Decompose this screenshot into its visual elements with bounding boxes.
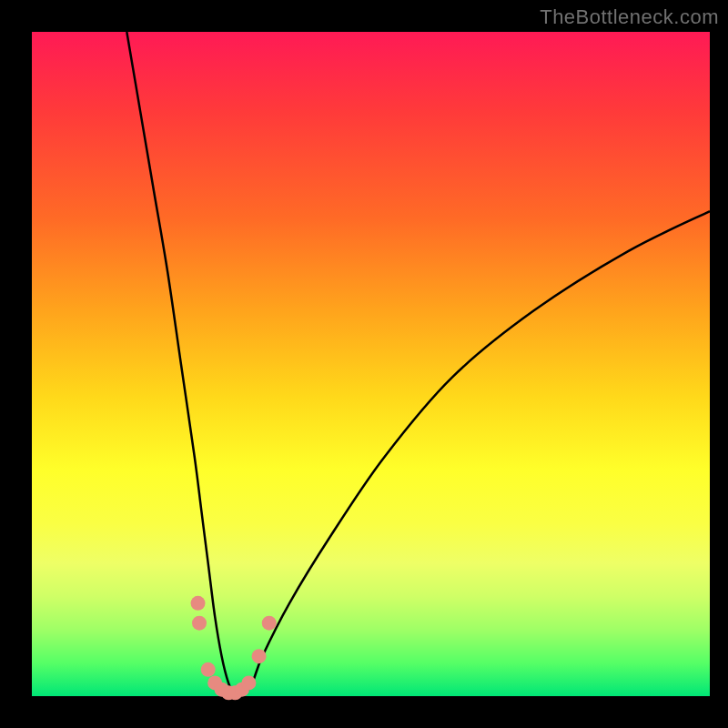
watermark-text: TheBottleneck.com xyxy=(540,5,719,29)
curve-path xyxy=(126,32,710,698)
marker-dot xyxy=(241,675,256,690)
marker-dot xyxy=(252,649,267,663)
marker-dot xyxy=(192,616,207,631)
marker-dot xyxy=(191,596,206,611)
marker-dot xyxy=(201,662,216,677)
marker-dot xyxy=(262,616,277,631)
chart-frame: TheBottleneck.com xyxy=(0,0,728,728)
plot-area xyxy=(32,32,710,696)
bottleneck-curve xyxy=(126,32,710,698)
curve-layer xyxy=(32,32,710,696)
valley-markers xyxy=(191,596,277,701)
